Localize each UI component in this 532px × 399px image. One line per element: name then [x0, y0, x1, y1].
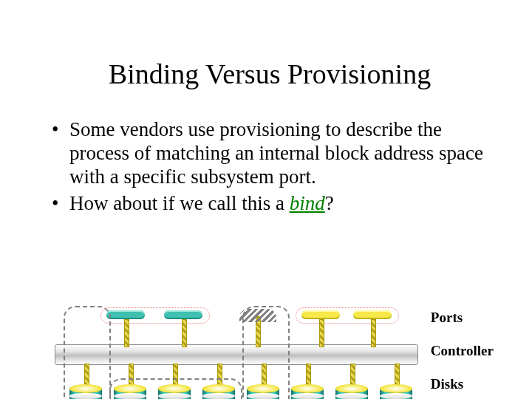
bullet-list: Some vendors use provisioning to describ… [52, 118, 495, 215]
disk-icon [291, 384, 324, 399]
bullet-1: Some vendors use provisioning to describ… [52, 118, 495, 189]
controller-bar [55, 344, 418, 365]
connector-line [182, 319, 187, 347]
label-disks: Disks [431, 377, 494, 391]
diagram-labels: Ports Controller Disks [431, 310, 494, 399]
disk-icon [202, 384, 235, 399]
connector-line [371, 319, 376, 347]
disk-icon [380, 384, 412, 399]
disk-icon [247, 384, 279, 399]
label-controller: Controller [431, 344, 494, 358]
bullet-1-text: Some vendors use provisioning to describ… [69, 118, 483, 188]
disk-icon [158, 384, 191, 399]
port-group-outline [100, 307, 210, 324]
label-ports: Ports [431, 310, 494, 324]
disk-icon [69, 384, 102, 399]
bullet-2-text-post: ? [325, 192, 334, 214]
disk-icon [335, 384, 368, 399]
port-group-outline [296, 307, 399, 324]
connector-line [319, 319, 324, 347]
disk-icon [114, 384, 146, 399]
diagram [55, 306, 417, 399]
slide-title: Binding Versus Provisioning [44, 58, 495, 90]
hatch-mask-icon [239, 309, 276, 322]
bullet-2-emph: bind [290, 192, 325, 214]
slide: Binding Versus Provisioning Some vendors… [0, 58, 532, 399]
bullet-2: How about if we call this a bind? [52, 192, 495, 216]
bullet-2-text-pre: How about if we call this a [69, 192, 290, 214]
connector-line [124, 319, 129, 347]
